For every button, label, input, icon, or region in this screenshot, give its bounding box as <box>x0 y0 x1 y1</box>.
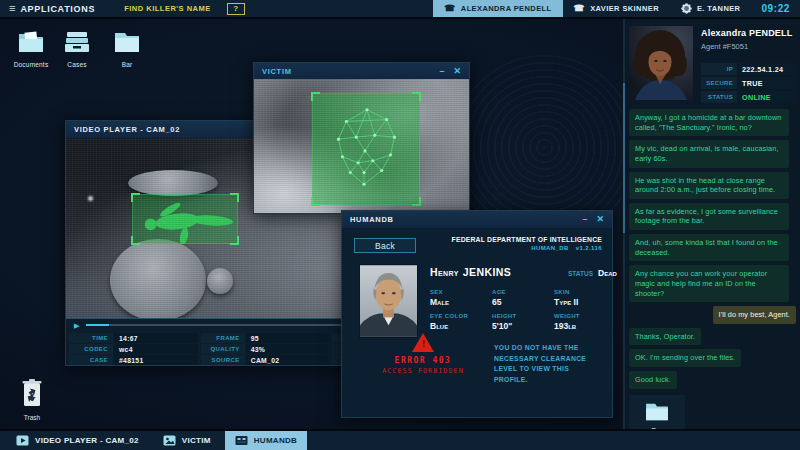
info-value: 222.54.1.24 <box>738 63 796 75</box>
video-icon <box>16 434 29 447</box>
contact-tab-label: Alexandra Pendell <box>461 4 552 13</box>
info-row: IP 222.54.1.24 <box>701 63 796 75</box>
stat-label: Frame <box>201 333 245 343</box>
contact-name: Alexandra PENDELL <box>701 28 792 38</box>
chat-message: He was shot in the head at close range a… <box>629 172 789 199</box>
profile-status: Status Dead <box>568 268 617 278</box>
cases-icon <box>63 30 91 54</box>
chat-message: Anyway, I got a homicide at a bar downto… <box>629 109 789 136</box>
agent-id: Agent #F5051 <box>701 42 748 51</box>
body-detection-box <box>132 194 238 244</box>
field-label: Eye color <box>430 313 490 319</box>
field-label: Height <box>492 313 552 319</box>
contact-first-name: Alexandra <box>701 28 746 38</box>
stat-value: #48151 <box>114 355 198 365</box>
bracket-icon <box>412 197 421 206</box>
minimize-button[interactable]: – <box>582 215 587 224</box>
profile-field-age: Age 65 <box>492 289 552 307</box>
field-label: Skin <box>554 289 614 295</box>
icon-label: Bar <box>104 61 150 68</box>
light-spot <box>88 196 93 201</box>
minimize-button[interactable]: – <box>439 67 444 76</box>
taskbar-item-video-player[interactable]: VIDEO PLAYER - CAM_02 <box>6 431 149 450</box>
window-title: HumanDB <box>350 215 394 224</box>
app-version: v1.2.116 <box>576 245 602 251</box>
stat-label: Quality <box>201 344 245 354</box>
org-name: FEDERAL DEPARTMENT OF INTELLIGENCE <box>452 236 602 243</box>
last-name: Jenkins <box>463 266 511 278</box>
info-label: Status <box>701 91 737 103</box>
phone-icon: ☎ <box>574 4 586 13</box>
profile-field-eye-color: Eye color Blue <box>430 313 490 331</box>
close-button[interactable]: ✕ <box>453 67 461 76</box>
contact-photo <box>629 26 693 100</box>
profile-field-sex: Sex Male <box>430 289 490 307</box>
topbar-contacts: ☎ Alexandra Pendell ☎ Xavier Skinner E. … <box>433 0 800 17</box>
trash-icon-group[interactable]: Trash <box>12 378 52 421</box>
desktop-icon-documents[interactable]: Documents <box>8 30 54 68</box>
close-button[interactable]: ✕ <box>596 215 604 224</box>
warning-icon: ! <box>412 333 434 352</box>
error-message: You do not have the necessary clearance … <box>494 343 600 385</box>
applications-menu-button[interactable]: ≡ Applications <box>0 0 104 17</box>
field-value: 65 <box>492 297 552 307</box>
humandb-titlebar[interactable]: HumanDB – ✕ <box>342 211 612 228</box>
contact-info-table: IP 222.54.1.24 Secure TRUE Status ONLINE <box>701 63 796 103</box>
clock: 09:22 <box>751 0 800 17</box>
image-icon <box>163 434 176 447</box>
attachment-bar-folder[interactable]: Bar <box>629 395 685 429</box>
bar-table <box>110 239 206 318</box>
info-row: Status ONLINE <box>701 91 796 103</box>
contact-tab-alexandra-pendell[interactable]: ☎ Alexandra Pendell <box>433 0 562 17</box>
stat-value: 95 <box>246 333 330 343</box>
app-id: HUMAN_DB <box>531 245 569 251</box>
sidebar-scrollbar[interactable] <box>623 19 625 429</box>
taskbar-item-label: VIDEO PLAYER - CAM_02 <box>35 436 139 445</box>
bar-folder-icon <box>113 30 141 54</box>
desktop-icon-cases[interactable]: Cases <box>54 30 100 68</box>
phone-icon: ☎ <box>444 4 456 13</box>
applications-label: Applications <box>20 4 95 14</box>
field-value: Male <box>430 297 490 307</box>
field-label: Weight <box>554 313 614 319</box>
taskbar-item-label: VICTIM <box>182 436 211 445</box>
error-block: ! ERROR 403 Access Forbidden <box>364 333 482 375</box>
stat-label: Codec <box>69 344 113 354</box>
contact-tab-xavier-skinner[interactable]: ☎ Xavier Skinner <box>563 0 670 17</box>
stat-label: Time <box>69 333 113 343</box>
contact-sidebar: Alexandra PENDELL Agent #F5051 IP 222.54… <box>622 19 800 429</box>
error-title: Access Forbidden <box>364 367 482 375</box>
contact-tab-e-tanner[interactable]: E. Tanner <box>670 0 751 17</box>
profile-field-height: Height 5'10" <box>492 313 552 331</box>
help-button[interactable]: ? <box>227 3 245 15</box>
field-value: 5'10" <box>492 321 552 331</box>
hamburger-icon: ≡ <box>9 3 15 14</box>
scrollbar-thumb[interactable] <box>623 83 625 233</box>
icon-label: Documents <box>8 61 54 68</box>
org-header: FEDERAL DEPARTMENT OF INTELLIGENCE HUMAN… <box>452 236 602 251</box>
folder-icon <box>644 402 670 422</box>
contact-last-name: PENDELL <box>749 28 792 38</box>
profile-field-weight: Weight 193lb <box>554 313 614 331</box>
victim-photo <box>254 79 469 213</box>
stat-value: 43% <box>246 344 330 354</box>
stat-label: Source <box>201 355 245 365</box>
taskbar-item-humandb[interactable]: HUMANDB <box>225 431 307 450</box>
desktop-icon-bar[interactable]: Bar <box>104 30 150 68</box>
victim-titlebar[interactable]: Victim – ✕ <box>254 63 469 79</box>
play-button[interactable]: ▶ <box>74 322 79 329</box>
taskbar-item-victim[interactable]: VICTIM <box>153 431 221 450</box>
stat-value: 14:67 <box>114 333 198 343</box>
stat-value: wc4 <box>114 344 198 354</box>
profile-name: HenryJenkins <box>430 266 511 278</box>
trash-icon <box>20 378 44 408</box>
back-button[interactable]: Back <box>354 238 416 253</box>
info-value: TRUE <box>738 77 796 89</box>
taskbar: VIDEO PLAYER - CAM_02 VICTIM HUMANDB <box>0 429 800 450</box>
taskbar-item-label: HUMANDB <box>254 436 297 445</box>
error-code: ERROR 403 <box>364 356 482 365</box>
contact-tab-label: E. Tanner <box>697 4 740 13</box>
chat-message: My vic, dead on arrival, is male, caucas… <box>629 140 789 167</box>
contact-tab-label: Xavier Skinner <box>590 4 659 13</box>
chat-message: As far as evidence, I got some surveilla… <box>629 203 789 230</box>
